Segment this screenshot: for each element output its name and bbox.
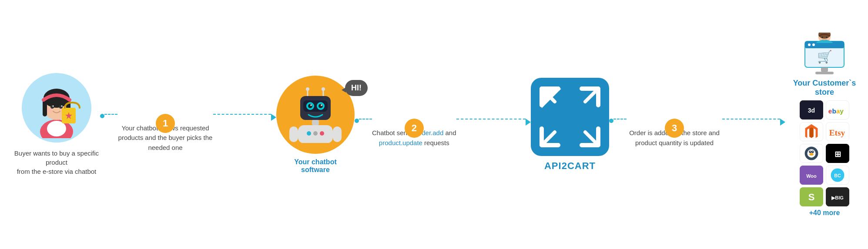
store-icons-grid: 3d ebay Etsy — [800, 100, 849, 206]
dot-1 — [100, 114, 104, 118]
svg-point-57 — [811, 150, 814, 153]
dash-3a — [613, 119, 627, 120]
svg-point-30 — [313, 131, 318, 136]
svg-point-59 — [812, 151, 813, 152]
svg-text:▶BIG: ▶BIG — [831, 195, 844, 200]
step-1-number: 1 — [156, 114, 175, 133]
svg-text:Etsy: Etsy — [829, 128, 845, 137]
api2cart-logo — [531, 78, 609, 156]
connector-3: 3 Order is added to the store and produc… — [609, 88, 785, 161]
svg-point-11 — [47, 108, 52, 113]
svg-rect-5 — [43, 99, 47, 116]
store-computer-wrap: 🛒 — [796, 33, 853, 76]
svg-point-10 — [61, 106, 63, 107]
svg-point-39 — [808, 43, 811, 46]
svg-point-58 — [810, 151, 811, 152]
dot-3 — [609, 119, 613, 123]
chatbot-block: HI! — [276, 76, 355, 174]
svg-text:ebay: ebay — [828, 107, 844, 114]
svg-rect-33 — [333, 126, 342, 142]
svg-point-18 — [322, 87, 325, 91]
connector-2: 2 Chatbot sends order.add and product.up… — [355, 88, 531, 161]
robot-icon — [289, 86, 342, 143]
svg-point-23 — [310, 104, 312, 106]
svg-point-9 — [53, 106, 54, 107]
icon-ebay: ebay — [826, 100, 849, 120]
api2cart-text: API2CART — [544, 160, 596, 172]
api2cart-block: API2CART — [531, 78, 609, 172]
svg-rect-27 — [312, 120, 319, 125]
chatbot-avatar: HI! — [276, 76, 355, 154]
step2-text-after: requests — [422, 139, 449, 146]
svg-text:Woo: Woo — [806, 173, 817, 179]
buyer-label: Buyer wants to buy a specific product fr… — [13, 149, 100, 176]
svg-text:3d: 3d — [808, 107, 815, 114]
icon-squarespace: ⊞ — [826, 144, 849, 163]
svg-text:🛒: 🛒 — [817, 50, 832, 64]
svg-point-56 — [809, 150, 811, 153]
api2cart-arrows-icon — [537, 84, 603, 149]
arrow-3 — [780, 119, 785, 126]
arrow-1 — [271, 114, 276, 121]
svg-text:⊞: ⊞ — [834, 150, 841, 159]
step2-text-mid: and — [443, 129, 456, 136]
dash-1b — [213, 114, 271, 115]
customer-store-block: 🛒 Your Customer`s store — [790, 33, 859, 217]
buyer-icon — [26, 77, 87, 138]
dash-2a — [359, 119, 372, 120]
chatbot-label: Your chatbot software — [294, 158, 336, 174]
svg-point-46 — [821, 37, 823, 38]
more-label: +40 more — [809, 209, 840, 217]
dash-1a — [104, 114, 117, 115]
dash-2b — [456, 119, 526, 120]
svg-point-47 — [826, 37, 828, 38]
svg-point-25 — [318, 104, 323, 108]
icon-magento — [800, 122, 823, 141]
step3-wrap: 3 Order is added to the store and produc… — [627, 119, 722, 161]
hi-bubble: HI! — [345, 80, 368, 96]
svg-point-60 — [809, 153, 814, 156]
svg-marker-52 — [809, 127, 814, 138]
dot-2 — [355, 119, 359, 123]
diagram: Buyer wants to buy a specific product fr… — [0, 33, 868, 217]
icon-woocommerce: Woo — [800, 166, 823, 185]
svg-rect-43 — [815, 72, 834, 74]
buyer-avatar — [22, 73, 91, 143]
step-2-number: 2 — [405, 119, 424, 138]
store-computer-icon: 🛒 — [796, 33, 853, 76]
step-3-number: 3 — [665, 119, 684, 138]
svg-rect-32 — [289, 126, 298, 142]
icon-bigcartel: ▶BIG — [826, 187, 849, 206]
svg-text:BC: BC — [834, 173, 841, 178]
step2-highlight2: product.update — [379, 139, 422, 146]
dash-3b — [722, 119, 780, 120]
svg-text:S: S — [808, 192, 815, 203]
step1-wrap: 1 Your chatbot shows requested products … — [117, 114, 213, 166]
icon-3dcart: 3d — [800, 100, 823, 120]
icon-etsy: Etsy — [826, 122, 849, 141]
arrow-2 — [526, 119, 531, 126]
svg-point-40 — [812, 43, 815, 46]
icon-bigcommerce: BC — [826, 166, 849, 185]
connector-1: 1 Your chatbot shows requested products … — [100, 83, 276, 166]
buyer-block: Buyer wants to buy a specific product fr… — [13, 73, 100, 176]
icon-prestashop — [800, 144, 823, 163]
step2-wrap: 2 Chatbot sends order.add and product.up… — [372, 119, 456, 161]
svg-point-22 — [308, 104, 312, 108]
icon-shopify: S — [800, 187, 823, 206]
store-title: Your Customer`s store — [793, 79, 856, 97]
svg-point-16 — [306, 87, 309, 91]
svg-rect-42 — [821, 67, 828, 72]
svg-point-31 — [320, 131, 324, 136]
svg-point-29 — [307, 131, 311, 136]
svg-point-26 — [321, 104, 322, 106]
